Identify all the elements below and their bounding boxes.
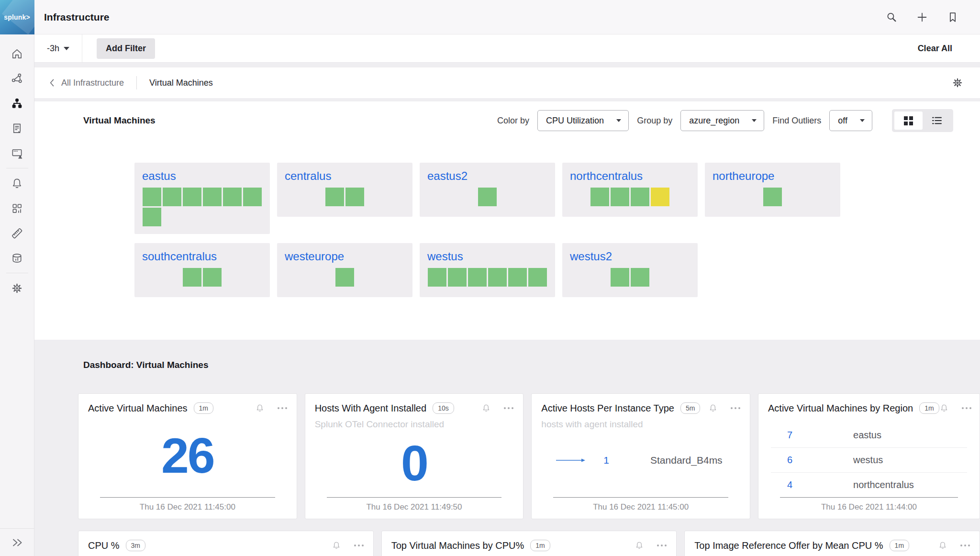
vm-host-square-yellow[interactable]: [651, 188, 669, 206]
home-icon: [11, 47, 23, 60]
splunk-logo-text: splunk>: [4, 13, 30, 21]
vm-region-groups: eastus centralus eastus2 northcentralus …: [134, 163, 953, 297]
region-link[interactable]: eastus2: [427, 169, 468, 183]
refresh-interval-badge: 10s: [433, 402, 454, 414]
time-range-value: -3h: [47, 44, 59, 54]
vm-host-square-green[interactable]: [345, 188, 364, 206]
more-options-icon[interactable]: [657, 545, 667, 546]
splunk-logo[interactable]: splunk>: [0, 0, 34, 34]
sidebar-item-home[interactable]: [0, 41, 34, 66]
vm-host-square-green[interactable]: [488, 268, 507, 287]
vm-group-westus: westus: [420, 243, 555, 297]
sidebar-item-dashboards[interactable]: [0, 196, 34, 221]
sidebar-item-resources[interactable]: [0, 141, 34, 166]
sidebar-item-logs[interactable]: [0, 116, 34, 141]
sidebar-item-apm[interactable]: [0, 66, 34, 91]
region-link[interactable]: westeurope: [285, 249, 344, 264]
vm-host-square-green[interactable]: [203, 268, 222, 287]
sidebar-item-infrastructure[interactable]: [0, 91, 34, 116]
vm-host-square-green[interactable]: [223, 188, 242, 206]
card-title: Top Image Reference Offer by Mean CPU %: [694, 540, 883, 551]
sidebar-item-metrics[interactable]: [0, 245, 34, 270]
more-options-icon[interactable]: [960, 545, 970, 546]
vm-host-square-green[interactable]: [468, 268, 487, 287]
app-root: splunk>: [0, 0, 980, 556]
group-by-value: azure_region: [689, 116, 739, 126]
vm-host-square-green[interactable]: [631, 188, 649, 206]
vm-host-square-green[interactable]: [335, 268, 354, 287]
refresh-interval-badge: 5m: [680, 402, 700, 414]
vm-host-square-green[interactable]: [528, 268, 547, 287]
find-outliers-select[interactable]: off: [829, 110, 872, 131]
vm-host-square-green[interactable]: [325, 188, 344, 206]
sidebar-item-measure[interactable]: [0, 221, 34, 245]
vm-host-square-green[interactable]: [163, 188, 181, 206]
vm-host-square-green[interactable]: [508, 268, 527, 287]
region-count-row: 6 westus: [771, 447, 967, 472]
breadcrumb-back-link[interactable]: All Infrastructure: [49, 78, 124, 88]
vm-host-square-green[interactable]: [143, 208, 161, 226]
sidebar-item-settings[interactable]: [0, 276, 34, 300]
vm-panel-header: Virtual Machines Color by CPU Utilizatio…: [49, 109, 953, 132]
bell-icon[interactable]: [481, 403, 491, 413]
more-options-icon[interactable]: [504, 407, 513, 409]
view-mode-toggle: [892, 109, 953, 132]
bell-icon[interactable]: [332, 541, 341, 550]
list-view-button[interactable]: [923, 111, 951, 130]
vm-host-square-green[interactable]: [478, 188, 497, 206]
bell-icon[interactable]: [939, 403, 949, 413]
region-link[interactable]: westus: [427, 249, 463, 264]
vm-host-square-green[interactable]: [243, 188, 262, 206]
vm-host-squares: [478, 188, 497, 206]
more-options-icon[interactable]: [354, 545, 364, 546]
vm-host-square-green[interactable]: [611, 188, 629, 206]
vm-host-square-green[interactable]: [590, 188, 609, 206]
region-link[interactable]: centralus: [285, 169, 331, 183]
region-link[interactable]: southcentralus: [142, 249, 217, 264]
bell-icon[interactable]: [255, 403, 265, 413]
grid-view-button[interactable]: [894, 111, 923, 130]
vm-host-square-green[interactable]: [631, 268, 649, 287]
chevron-down-icon: [752, 119, 757, 122]
vm-host-square-green[interactable]: [143, 188, 161, 206]
region-link[interactable]: northcentralus: [570, 169, 643, 183]
vm-panel-controls: Color by CPU Utilization Group by azure_…: [497, 109, 953, 132]
vm-group-westus2: westus2: [562, 243, 698, 297]
card-timestamp: Thu 16 Dec 2021 11:45:00: [100, 497, 275, 513]
vm-host-square-green[interactable]: [183, 188, 201, 206]
card-title: CPU %: [88, 540, 120, 551]
clear-all-button[interactable]: Clear All: [918, 44, 952, 54]
color-by-select[interactable]: CPU Utilization: [537, 110, 629, 131]
more-options-icon[interactable]: [278, 407, 287, 409]
sidebar-expand-button[interactable]: [0, 528, 34, 556]
vm-host-square-green[interactable]: [611, 268, 629, 287]
plus-icon[interactable]: [916, 11, 928, 23]
bell-icon[interactable]: [708, 403, 718, 413]
more-options-icon[interactable]: [962, 407, 971, 409]
add-filter-button[interactable]: Add Filter: [97, 38, 155, 59]
vm-host-square-green[interactable]: [428, 268, 446, 287]
search-icon[interactable]: [885, 11, 898, 23]
vm-host-square-green[interactable]: [183, 268, 201, 287]
time-range-dropdown[interactable]: -3h: [34, 34, 82, 62]
panel-settings-button[interactable]: [951, 77, 964, 89]
group-by-select[interactable]: azure_region: [680, 110, 764, 131]
vm-host-square-green[interactable]: [763, 188, 782, 206]
region-link[interactable]: eastus: [142, 169, 176, 183]
region-link[interactable]: westus2: [570, 249, 612, 264]
card-cpu-percent: CPU % 3m percentile distribution across …: [78, 531, 374, 556]
bookmark-icon[interactable]: [947, 11, 959, 23]
sidebar-item-alerts[interactable]: [0, 171, 34, 196]
chevron-down-icon: [616, 119, 621, 122]
card-subtitle: Splunk OTel Connector installed: [315, 419, 514, 430]
card-title: Active Virtual Machines by Region: [768, 403, 913, 414]
vm-host-square-green[interactable]: [448, 268, 467, 287]
card-top-vms-by-cpu: Top Virtual Machines by CPU% 1m by azure…: [381, 531, 677, 556]
bell-icon[interactable]: [635, 541, 644, 550]
vm-host-square-green[interactable]: [203, 188, 222, 206]
region-link[interactable]: northeurope: [713, 169, 774, 183]
bell-icon[interactable]: [938, 541, 947, 550]
vm-host-squares: [428, 268, 547, 287]
more-options-icon[interactable]: [731, 407, 740, 409]
card-subtitle: hosts with agent installed: [541, 419, 740, 430]
